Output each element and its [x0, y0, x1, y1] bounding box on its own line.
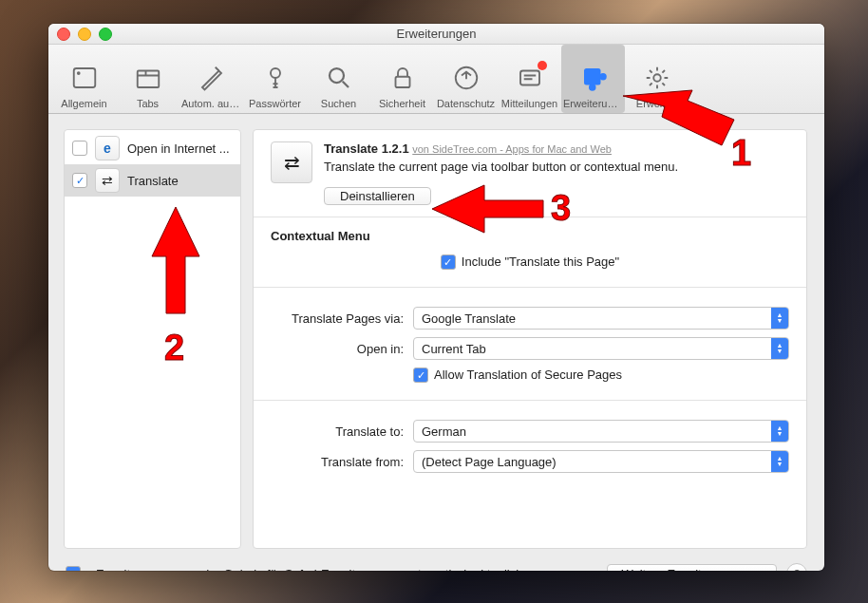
svg-point-11: [653, 74, 661, 82]
extension-description: Translate the current page via toolbar b…: [324, 160, 789, 174]
svg-point-4: [330, 68, 344, 83]
toolbar-tab-tabs[interactable]: Tabs: [116, 45, 179, 113]
translate-from-select[interactable]: (Detect Page Language) ▲▼: [413, 450, 789, 473]
svg-point-3: [271, 68, 280, 78]
contextual-menu-heading: Contextual Menu: [271, 229, 789, 243]
extension-vendor-link[interactable]: von SideTree.com - Apps for Mac and Web: [412, 143, 612, 155]
toolbar-tab-autofill[interactable]: Autom. ausfüllen: [179, 45, 243, 113]
datenschutz-icon: [450, 62, 482, 94]
extension-icon: ⇄: [95, 168, 120, 193]
svg-point-9: [599, 73, 607, 81]
svg-rect-2: [137, 71, 159, 88]
toolbar-tab-label: Tabs: [137, 98, 159, 109]
titlebar: Erweiterungen: [48, 24, 824, 45]
erweiterungen-icon: [577, 62, 610, 94]
extension-icon: e: [95, 136, 120, 160]
translate-to-label: Translate to:: [271, 424, 413, 439]
svg-point-10: [589, 84, 596, 91]
toolbar-tab-label: Datenschutz: [437, 98, 495, 109]
translate-to-select[interactable]: German ▲▼: [413, 420, 789, 443]
translate-via-label: Translate Pages via:: [271, 311, 413, 326]
window-footer: ✓ Erweiterungen aus der Galerie für Safa…: [48, 555, 824, 571]
extensions-list: eOpen in Internet ...✓⇄Translate: [64, 129, 241, 549]
extension-detail-panel: ⇄ Translate 1.2.1 von SideTree.com - App…: [253, 129, 807, 549]
extension-title: Translate 1.2.1: [324, 141, 409, 156]
allgemein-icon: [68, 62, 101, 94]
toolbar-tab-label: Passwörter: [249, 98, 301, 109]
include-translate-label: Include "Translate this Page": [462, 254, 619, 270]
toolbar-tab-label: Suchen: [321, 98, 356, 109]
toolbar-tab-label: Autom. ausfüllen: [181, 98, 241, 109]
translate-via-select[interactable]: Google Translate ▲▼: [413, 307, 789, 330]
include-translate-checkbox[interactable]: ✓: [441, 254, 456, 270]
preferences-toolbar: AllgemeinTabsAutom. ausfüllenPasswörterS…: [48, 45, 824, 114]
autofill-icon: [196, 62, 228, 94]
open-in-label: Open in:: [271, 342, 413, 356]
extension-enable-checkbox[interactable]: ✓: [72, 173, 87, 188]
extension-name: Open in Internet ...: [127, 141, 233, 156]
extension-row[interactable]: eOpen in Internet ...: [65, 132, 240, 164]
svg-point-1: [76, 71, 80, 75]
auto-update-label: Erweiterungen aus der Galerie für Safari…: [96, 567, 543, 572]
translate-app-icon: ⇄: [271, 141, 312, 183]
toolbar-tab-mitteilungen[interactable]: Mitteilungen: [498, 45, 561, 113]
toolbar-tab-label: Sicherheit: [379, 98, 425, 109]
sicherheit-icon: [387, 62, 419, 94]
svg-rect-5: [395, 77, 409, 87]
translate-from-label: Translate from:: [271, 455, 413, 469]
toolbar-tab-label: Erweiterungen: [563, 98, 623, 109]
toolbar-tab-passwoerter[interactable]: Passwörter: [243, 45, 307, 113]
toolbar-tab-suchen[interactable]: Suchen: [307, 45, 370, 113]
passwoerter-icon: [259, 62, 292, 94]
extension-enable-checkbox[interactable]: [72, 141, 87, 156]
toolbar-tab-label: Mitteilungen: [501, 98, 557, 109]
extension-name: Translate: [127, 174, 233, 188]
chevron-updown-icon: ▲▼: [771, 421, 788, 442]
suchen-icon: [323, 62, 355, 94]
toolbar-tab-datenschutz[interactable]: Datenschutz: [434, 45, 498, 113]
toolbar-tab-erweitert[interactable]: Erweitert: [625, 45, 689, 113]
uninstall-button[interactable]: Deinstallieren: [324, 187, 431, 205]
open-in-select[interactable]: Current Tab ▲▼: [413, 337, 789, 360]
allow-secure-checkbox[interactable]: ✓: [413, 367, 428, 383]
auto-update-checkbox[interactable]: ✓: [66, 566, 81, 571]
erweitert-icon: [641, 62, 673, 94]
toolbar-tab-sicherheit[interactable]: Sicherheit: [370, 45, 434, 113]
svg-rect-8: [584, 68, 601, 85]
tabs-icon: [132, 62, 164, 94]
allow-secure-label: Allow Translation of Secure Pages: [434, 367, 622, 383]
chevron-updown-icon: ▲▼: [771, 308, 788, 329]
toolbar-tab-label: Allgemein: [61, 98, 106, 109]
chevron-updown-icon: ▲▼: [771, 338, 788, 359]
notification-badge-icon: [538, 61, 547, 70]
extension-row[interactable]: ✓⇄Translate: [65, 164, 240, 197]
window-title: Erweiterungen: [48, 27, 824, 41]
toolbar-tab-label: Erweitert: [636, 98, 677, 109]
more-extensions-button[interactable]: Weitere Erweiterungen …: [607, 564, 777, 572]
toolbar-tab-allgemein[interactable]: Allgemein: [52, 45, 116, 113]
preferences-window: Erweiterungen AllgemeinTabsAutom. ausfül…: [48, 24, 824, 571]
chevron-updown-icon: ▲▼: [771, 451, 788, 472]
toolbar-tab-erweiterungen[interactable]: Erweiterungen: [561, 45, 625, 113]
mitteilungen-icon: [514, 62, 546, 94]
svg-rect-0: [73, 68, 95, 87]
svg-rect-7: [520, 71, 539, 85]
help-button[interactable]: ?: [786, 563, 807, 571]
